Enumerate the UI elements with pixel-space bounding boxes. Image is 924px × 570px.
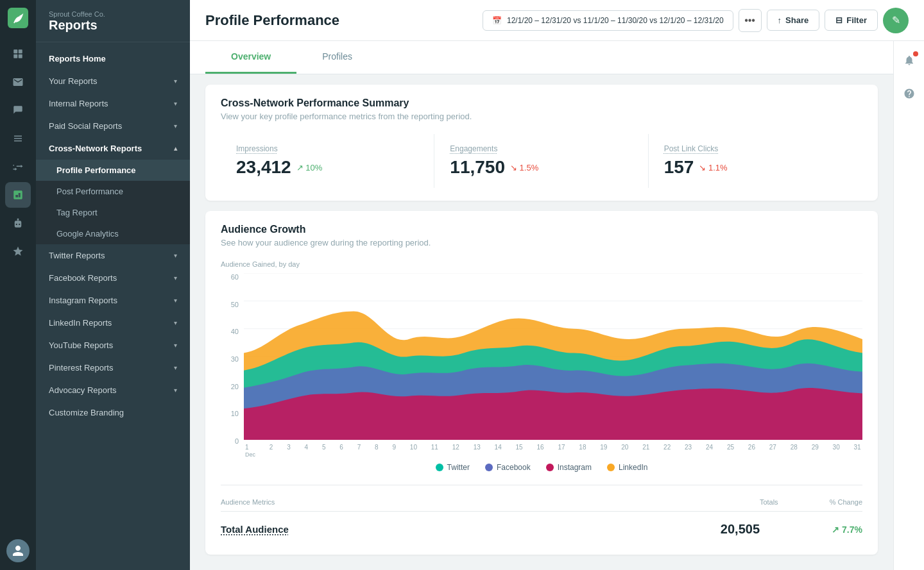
nav-analytics[interactable] [5,182,31,208]
summary-subtitle: View your key profile performance metric… [221,112,862,121]
y-axis: 6050403020100 [221,273,239,458]
chart-legend: Twitter Facebook Instagram LinkedIn [221,463,862,472]
metric-change-post-link-clicks: ↘ 1.1% [699,163,727,172]
nav-campaigns[interactable] [5,154,31,180]
summary-title: Cross-Network Performance Summary [221,97,862,109]
filter-icon: ⊟ [835,15,843,25]
sidebar-item-reports-home[interactable]: Reports Home [36,47,190,70]
legend-twitter: Twitter [436,463,470,472]
sidebar-item-paid-social-reports[interactable]: Paid Social Reports ▾ [36,115,190,137]
chart-label: Audience Gained, by day [221,260,862,268]
chart-container: 1Dec234567891011121314151617181920212223… [244,273,862,458]
sidebar-item-your-reports[interactable]: Your Reports ▾ [36,70,190,92]
chevron-down-icon: ▾ [174,342,177,349]
chevron-down-icon: ▾ [174,100,177,107]
notification-badge [913,51,918,56]
nav-bot[interactable] [5,210,31,236]
tab-overview[interactable]: Overview [205,41,296,74]
metric-engagements: Engagements 11,750 ↘ 1.5% [434,134,648,188]
more-icon: ••• [744,15,755,26]
edit-button[interactable]: ✎ [883,8,909,33]
page-title: Profile Performance [205,12,339,29]
metric-post-link-clicks: Post Link Clicks 157 ↘ 1.1% [649,134,862,188]
chevron-down-icon: ▾ [174,387,177,394]
more-options-button[interactable]: ••• [739,9,762,32]
top-bar: Profile Performance 📅 12/1/20 – 12/31/20… [190,0,924,41]
metric-change-engagements: ↘ 1.5% [510,163,538,172]
share-icon: ↑ [778,15,782,25]
date-range-button[interactable]: 📅 12/1/20 – 12/31/20 vs 11/1/20 – 11/30/… [483,10,733,31]
tab-profiles[interactable]: Profiles [296,41,378,74]
total-audience-label: Total Audience [221,524,289,535]
sidebar-item-google-analytics[interactable]: Google Analytics [36,223,190,244]
metric-label-engagements: Engagements [450,144,632,153]
sidebar-item-profile-performance[interactable]: Profile Performance [36,160,190,181]
legend-instagram: Instagram [546,463,592,472]
total-audience-change: ↗ 7.7% [811,524,862,535]
metric-label-impressions: Impressions [236,144,418,153]
sidebar-header: Sprout Coffee Co. Reports [36,0,190,42]
sidebar-item-cross-network-reports[interactable]: Cross-Network Reports ▴ [36,137,190,160]
metric-value-engagements: 11,750 ↘ 1.5% [450,157,632,178]
filter-button[interactable]: ⊟ Filter [825,10,878,31]
sidebar-item-instagram-reports[interactable]: Instagram Reports ▾ [36,289,190,312]
user-avatar[interactable] [6,539,30,562]
top-bar-actions: 📅 12/1/20 – 12/31/20 vs 11/1/20 – 11/30/… [483,8,909,33]
nav-star[interactable] [5,239,31,264]
metric-label-post-link-clicks: Post Link Clicks [664,144,847,153]
sidebar-nav: Reports Home Your Reports ▾ Internal Rep… [36,42,190,570]
nav-publish[interactable] [5,97,31,123]
sidebar-item-tag-report[interactable]: Tag Report [36,202,190,223]
content-main: Overview Profiles Cross-Network Performa… [190,41,893,570]
chevron-down-icon: ▾ [174,274,177,281]
app-logo [8,8,28,28]
content-area: Overview Profiles Cross-Network Performa… [190,41,924,570]
sidebar-item-youtube-reports[interactable]: YouTube Reports ▾ [36,334,190,356]
audience-growth-subtitle: See how your audience grew during the re… [221,238,862,247]
audience-growth-card: Audience Growth See how your audience gr… [205,211,878,555]
svg-rect-0 [13,49,17,53]
org-name: Sprout Coffee Co. [49,10,177,18]
date-range-text: 12/1/20 – 12/31/20 vs 11/1/20 – 11/30/20… [507,16,724,25]
chevron-down-icon: ▾ [174,122,177,130]
chevron-down-icon: ▾ [174,364,177,371]
right-bar [893,41,924,570]
sidebar: Sprout Coffee Co. Reports Reports Home Y… [36,0,190,570]
svg-rect-3 [19,54,22,58]
metric-value-post-link-clicks: 157 ↘ 1.1% [664,157,847,178]
legend-linkedin: LinkedIn [607,463,647,472]
x-axis: 1Dec234567891011121314151617181920212223… [244,444,862,458]
cross-network-submenu: Profile Performance Post Performance Tag… [36,160,190,244]
sidebar-item-twitter-reports[interactable]: Twitter Reports ▾ [36,244,190,267]
share-button[interactable]: ↑ Share [767,10,820,31]
svg-rect-1 [19,49,22,53]
audience-chart [244,273,862,440]
sidebar-item-customize-branding[interactable]: Customize Branding [36,401,190,424]
nav-inbox[interactable] [5,69,31,95]
audience-metrics-section: Audience Metrics Totals % Change Total A… [221,485,862,542]
sidebar-item-internal-reports[interactable]: Internal Reports ▾ [36,92,190,115]
chevron-down-icon: ▾ [174,297,177,304]
chevron-down-icon: ▾ [174,78,177,85]
sidebar-item-linkedin-reports[interactable]: LinkedIn Reports ▾ [36,312,190,334]
chevron-down-icon: ▾ [174,319,177,326]
help-icon[interactable] [898,82,921,105]
chevron-up-icon: ▴ [174,145,177,152]
edit-icon: ✎ [892,14,900,26]
legend-facebook: Facebook [485,463,531,472]
audience-growth-title: Audience Growth [221,224,862,235]
svg-rect-2 [13,54,17,58]
sidebar-item-facebook-reports[interactable]: Facebook Reports ▾ [36,267,190,289]
sidebar-item-pinterest-reports[interactable]: Pinterest Reports ▾ [36,356,190,379]
metrics-grid: Impressions 23,412 ↗ 10% Engagements 11,… [221,134,862,188]
sidebar-item-advocacy-reports[interactable]: Advocacy Reports ▾ [36,379,190,401]
summary-card: Cross-Network Performance Summary View y… [205,85,878,201]
notification-icon[interactable] [898,49,921,72]
nav-compose[interactable] [5,41,31,67]
sidebar-item-post-performance[interactable]: Post Performance [36,181,190,202]
chevron-down-icon: ▾ [174,252,177,259]
metric-change-impressions: ↗ 10% [296,163,323,172]
total-audience-row: Total Audience 20,505 ↗ 7.7% [221,512,862,542]
icon-bar [0,0,36,570]
nav-tasks[interactable] [5,126,31,151]
